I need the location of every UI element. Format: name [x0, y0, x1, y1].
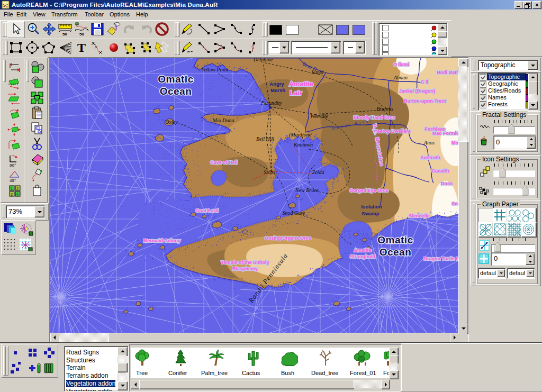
svg-text:Canalth: Canalth [431, 168, 449, 174]
svg-text:45°: 45° [10, 178, 16, 183]
svg-text:90°: 90° [10, 163, 16, 167]
svg-text:Dragon Turtle Lord: Dragon Turtle Lord [424, 256, 458, 261]
svg-text:Slendelle: Slendelle [409, 213, 430, 218]
svg-text:Hodi Bathma: Hodi Bathma [437, 70, 458, 75]
svg-text:Mia Duna: Mia Duna [212, 117, 234, 123]
svg-text:Snod Cove: Snod Cove [282, 210, 305, 216]
svg-text:Abnan: Abnan [393, 75, 408, 80]
svg-text:Weeville: Weeville [310, 113, 328, 119]
svg-text:Omatic: Omatic [158, 74, 193, 85]
svg-text:2: 2 [16, 187, 19, 190]
svg-text:4: 4 [16, 193, 19, 196]
svg-text:Stops: Stops [264, 169, 275, 175]
svg-text:Cave of Hell: Cave of Hell [210, 160, 238, 165]
svg-text:Ocean: Ocean [380, 247, 412, 258]
svg-text:Goat Lord: Goat Lord [196, 208, 219, 213]
svg-text:Anos: Anos [423, 140, 435, 145]
svg-text:C ll: C ll [421, 79, 428, 85]
svg-text:Isolation: Isolation [361, 204, 382, 209]
svg-text:Delphine: Delphine [253, 58, 273, 62]
svg-text:Austruth: Austruth [420, 155, 440, 160]
svg-text:Gorged Eye Orcs: Gorged Eye Orcs [349, 188, 389, 193]
svg-text:Oxley: Oxley [165, 119, 178, 125]
svg-text:Mermaid Colony: Mermaid Colony [143, 238, 180, 243]
svg-text:3: 3 [11, 193, 13, 196]
svg-text:Secn: Secn [451, 201, 458, 206]
svg-text:Amatite: Amatite [354, 248, 371, 253]
svg-text:Bloody Hand Orcs: Bloody Hand Orcs [354, 115, 395, 120]
svg-text:Zelda: Zelda [312, 169, 324, 175]
svg-text:Jankal (Dragon): Jankal (Dragon) [399, 88, 435, 94]
svg-text:Swamp: Swamp [362, 211, 379, 216]
svg-text:Blasphemy: Blasphemy [232, 266, 258, 271]
svg-text:New Bruns: New Bruns [295, 187, 319, 193]
svg-text:Fecundity: Fecundity [260, 100, 283, 106]
svg-text:Brahms: Brahms [376, 106, 393, 112]
svg-text:Amatite: Amatite [289, 80, 313, 88]
svg-text:Doss: Doss [441, 181, 453, 186]
svg-text:Burton-upon-Trent: Burton-upon-Trent [404, 98, 446, 104]
svg-text:Stronghold: Stronghold [350, 254, 375, 259]
svg-text:50: 50 [79, 32, 84, 36]
svg-text:Angry: Angry [269, 81, 284, 87]
svg-text:(Maystone: (Maystone [289, 132, 312, 138]
svg-text:Mac Formidh: Mac Formidh [432, 131, 458, 136]
svg-text:1: 1 [11, 187, 13, 190]
svg-text:O llami: O llami [393, 62, 409, 67]
svg-text:Marsh: Marsh [270, 87, 285, 93]
svg-text:Oozing Organs Orcs: Oozing Organs Orcs [265, 235, 311, 241]
svg-text:Mox: Mox [451, 140, 458, 145]
svg-text:Omatic: Omatic [377, 234, 413, 245]
svg-text:Temple of the Unholy: Temple of the Unholy [221, 260, 269, 265]
svg-text:Yellow Point: Yellow Point [202, 67, 229, 72]
svg-text:Ocean: Ocean [160, 86, 192, 97]
svg-text:Bell Hill: Bell Hill [256, 136, 274, 142]
svg-text:Lair: Lair [290, 89, 302, 97]
svg-text:Knotown: Knotown [293, 142, 313, 148]
svg-text:50: 50 [62, 32, 67, 36]
